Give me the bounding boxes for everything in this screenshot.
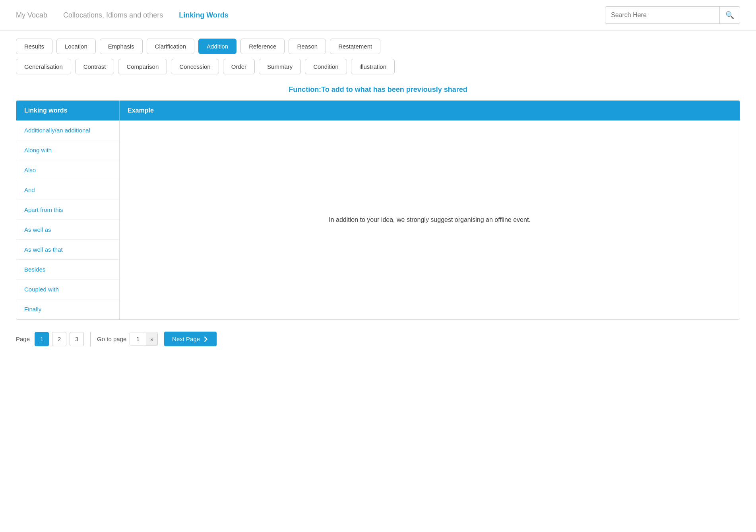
page-1-button[interactable]: 1 (35, 332, 49, 346)
cat-btn-addition[interactable]: Addition (198, 39, 236, 54)
cat-btn-location[interactable]: Location (56, 39, 96, 54)
list-item[interactable]: And (16, 180, 119, 200)
nav-linking-words[interactable]: Linking Words (179, 11, 229, 19)
cat-btn-results[interactable]: Results (16, 39, 52, 54)
cat-btn-reference[interactable]: Reference (240, 39, 285, 54)
cat-btn-restatement[interactable]: Restatement (330, 39, 380, 54)
table-header: Linking words Example (16, 101, 740, 120)
cat-btn-clarification[interactable]: Clarification (147, 39, 194, 54)
search-input[interactable] (605, 8, 719, 23)
col-header-example: Example (120, 101, 740, 120)
header: My Vocab Collocations, Idioms and others… (0, 0, 756, 31)
function-title: Function:To add to what has been previou… (0, 74, 756, 100)
next-page-button[interactable]: Next Page (164, 332, 217, 346)
words-column: Additionally/an additional Along with Al… (16, 120, 120, 319)
goto-container: » (130, 332, 158, 346)
list-item[interactable]: Apart from this (16, 200, 119, 220)
cat-btn-summary[interactable]: Summary (259, 59, 301, 74)
main-table: Linking words Example Additionally/an ad… (16, 100, 740, 320)
category-row-2: Generalisation Contrast Comparison Conce… (16, 59, 740, 74)
nav-collocations[interactable]: Collocations, Idioms and others (63, 11, 163, 19)
pagination: Page 1 2 3 Go to page » Next Page (0, 320, 756, 358)
pagination-divider (90, 332, 91, 346)
categories: Results Location Emphasis Clarification … (0, 31, 756, 74)
page-3-button[interactable]: 3 (70, 332, 84, 346)
example-text: In addition to your idea, we strongly su… (329, 216, 531, 223)
search-container: 🔍 (605, 6, 740, 24)
page-2-button[interactable]: 2 (52, 332, 66, 346)
page-label: Page (16, 336, 30, 342)
search-button[interactable]: 🔍 (719, 7, 740, 23)
list-item[interactable]: Also (16, 160, 119, 180)
cat-btn-reason[interactable]: Reason (289, 39, 326, 54)
cat-btn-illustration[interactable]: Illustration (351, 59, 395, 74)
goto-label: Go to page (97, 336, 126, 342)
list-item[interactable]: Coupled with (16, 280, 119, 299)
list-item[interactable]: Besides (16, 260, 119, 280)
category-row-1: Results Location Emphasis Clarification … (16, 39, 740, 54)
next-page-icon (203, 336, 209, 342)
goto-button[interactable]: » (146, 333, 157, 346)
table-body: Additionally/an additional Along with Al… (16, 120, 740, 319)
cat-btn-contrast[interactable]: Contrast (75, 59, 114, 74)
list-item[interactable]: As well as that (16, 240, 119, 260)
list-item[interactable]: Additionally/an additional (16, 120, 119, 140)
goto-input[interactable] (130, 332, 146, 346)
list-item[interactable]: Along with (16, 140, 119, 160)
cat-btn-order[interactable]: Order (223, 59, 255, 74)
col-header-words: Linking words (16, 101, 120, 120)
cat-btn-condition[interactable]: Condition (305, 59, 347, 74)
cat-btn-concession[interactable]: Concession (171, 59, 219, 74)
list-item[interactable]: Finally (16, 299, 119, 319)
nav-my-vocab[interactable]: My Vocab (16, 11, 47, 19)
example-column: In addition to your idea, we strongly su… (120, 120, 740, 319)
next-page-label: Next Page (172, 336, 200, 342)
list-item[interactable]: As well as (16, 220, 119, 240)
cat-btn-comparison[interactable]: Comparison (118, 59, 167, 74)
cat-btn-generalisation[interactable]: Generalisation (16, 59, 71, 74)
cat-btn-emphasis[interactable]: Emphasis (100, 39, 143, 54)
